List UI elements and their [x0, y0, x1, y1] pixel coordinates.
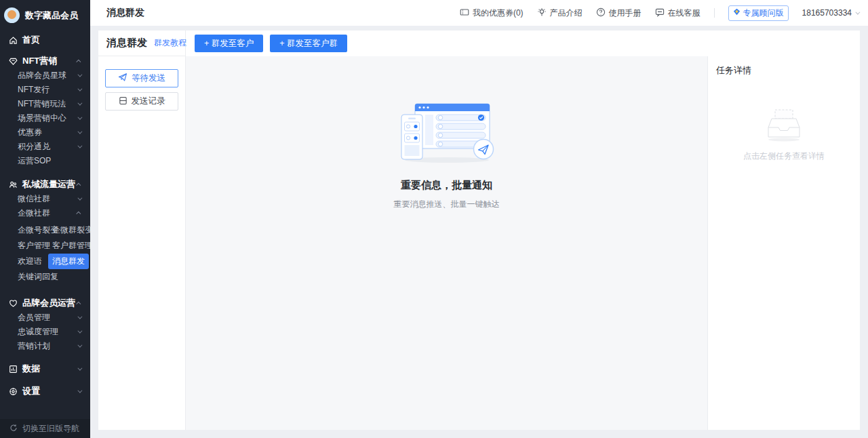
chevron-down-icon: [77, 115, 82, 120]
sidebar-section-label: 数据: [22, 363, 40, 375]
chevron-up-icon: [76, 182, 81, 187]
tutorial-link[interactable]: 群发教程: [154, 37, 186, 49]
account-menu[interactable]: 18165703334: [802, 8, 859, 18]
tab-waiting-label: 等待发送: [132, 73, 165, 84]
sidebar-section-nft-marketing[interactable]: NFT营销: [0, 54, 90, 68]
chevron-down-icon: [77, 365, 82, 370]
record-icon: [119, 96, 127, 107]
chevron-down-icon: [77, 388, 82, 393]
brand-logo[interactable]: 数字藏品会员: [0, 0, 90, 24]
chevron-down-icon: [77, 315, 82, 319]
home-icon: [8, 35, 18, 45]
private-domain-icon: [8, 180, 18, 189]
sidebar-item-qiwei-account-fission[interactable]: 企微号裂变: [18, 222, 52, 238]
empty-state-subtitle: 重要消息推送、批量一键触达: [186, 199, 707, 210]
broadcast-illustration: [396, 101, 498, 163]
chevron-up-icon: [76, 59, 81, 64]
qiwei-submenu: 企微号裂变 企微群裂变 客户管理 客户群管理 欢迎语 消息群发 关键词回复: [0, 220, 90, 285]
sidebar-section-label: 私域流量运营: [22, 178, 75, 191]
sidebar-item-brand-member-planet[interactable]: 品牌会员星球: [0, 68, 90, 83]
send-to-customer-button[interactable]: + 群发至客户: [195, 35, 263, 52]
sidebar-item-points-exchange[interactable]: 积分通兑: [0, 140, 90, 154]
consultant-badge-label: 专属顾问版: [743, 7, 784, 19]
chevron-up-icon: [76, 212, 81, 216]
sidebar-nav: 首页 NFT营销 品牌会员星球 NFT发行 NFT营销玩法 场景营销中心 优惠券…: [0, 24, 90, 399]
sidebar-section-data[interactable]: 数据: [0, 361, 90, 376]
sidebar-item-member-mgmt[interactable]: 会员管理: [0, 311, 90, 325]
chat-icon: [655, 7, 665, 19]
consultant-version-badge[interactable]: 专属顾问版: [728, 5, 789, 21]
active-item-badge: 消息群发: [48, 254, 89, 269]
page-title: 消息群发: [106, 7, 144, 19]
sidebar: 数字藏品会员 首页 NFT营销 品牌会员星球 NFT发行 NFT营销玩法 场景营…: [0, 0, 90, 438]
message-broadcast-card: 消息群发 群发教程 + 群发至客户 + 群发至客户群 等待发送: [98, 31, 860, 430]
sidebar-item-message-broadcast-active[interactable]: 消息群发: [52, 254, 93, 269]
chevron-down-icon: [77, 196, 82, 201]
sidebar-item-customer-mgmt[interactable]: 客户管理: [18, 238, 52, 254]
online-service-link[interactable]: 在线客服: [655, 7, 701, 19]
product-intro-link[interactable]: 产品介绍: [537, 7, 583, 19]
empty-state-title: 重要信息，批量通知: [186, 179, 707, 192]
chevron-up-icon: [76, 301, 81, 306]
sidebar-item-qiwei-group-fission[interactable]: 企微群裂变: [52, 222, 93, 238]
chevron-down-icon: [855, 9, 860, 14]
topbar-right: 我的优惠券(0) 产品介绍 使用手册 在线客服 专属顾问版: [460, 5, 859, 21]
card-header: 消息群发 群发教程 + 群发至客户 + 群发至客户群: [98, 31, 860, 56]
sidebar-item-coupon[interactable]: 优惠券: [0, 125, 90, 140]
task-detail-empty-hint: 点击左侧任务查看详情: [716, 151, 852, 162]
sidebar-item-home[interactable]: 首页: [0, 33, 90, 47]
sidebar-item-wechat-group[interactable]: 微信社群: [0, 192, 90, 206]
sidebar-item-keyword-reply[interactable]: 关键词回复: [18, 269, 52, 285]
sidebar-section-private-domain[interactable]: 私域流量运营: [0, 177, 90, 192]
sidebar-section-label: NFT营销: [22, 55, 57, 67]
paper-plane-icon: [118, 73, 127, 84]
send-to-customer-group-button[interactable]: + 群发至客户群: [270, 35, 347, 52]
card-header-actions: + 群发至客户 + 群发至客户群: [186, 31, 347, 56]
vip-gem-icon: [733, 8, 741, 18]
nft-icon: [8, 56, 18, 66]
question-icon: [596, 7, 606, 19]
chevron-down-icon: [77, 130, 82, 134]
empty-inbox-icon: [763, 108, 805, 142]
brand-name: 数字藏品会员: [25, 9, 78, 22]
sidebar-section-label: 设置: [22, 385, 40, 397]
gear-icon: [8, 386, 18, 396]
online-service-label: 在线客服: [668, 7, 701, 19]
my-coupons-label: 我的优惠券(0): [473, 7, 524, 19]
sidebar-item-operation-sop[interactable]: 运营SOP: [0, 154, 90, 168]
sidebar-section-brand-member[interactable]: 品牌会员运营: [0, 296, 90, 311]
chevron-down-icon: [77, 73, 82, 77]
heart-icon: [8, 298, 18, 308]
task-detail-panel: 任务详情 点击左侧任务查看详情: [707, 56, 860, 430]
coupon-icon: [460, 7, 469, 19]
broadcast-empty-state: 重要信息，批量通知 重要消息推送、批量一键触达: [186, 56, 707, 430]
panel-title: 消息群发: [106, 37, 147, 49]
sidebar-item-nft-marketing-play[interactable]: NFT营销玩法: [0, 97, 90, 111]
sidebar-item-marketing-plan[interactable]: 营销计划: [0, 339, 90, 353]
sidebar-item-loyalty-mgmt[interactable]: 忠诚度管理: [0, 325, 90, 339]
sidebar-section-label: 品牌会员运营: [22, 297, 75, 309]
chevron-down-icon: [77, 101, 82, 106]
chevron-down-icon: [77, 329, 82, 334]
sidebar-section-settings[interactable]: 设置: [0, 384, 90, 399]
task-tabs-panel: 等待发送 发送记录: [98, 56, 186, 430]
card-header-left: 消息群发 群发教程: [98, 31, 186, 56]
sidebar-item-customer-group-mgmt[interactable]: 客户群管理: [52, 238, 93, 254]
sidebar-item-qiwei-group[interactable]: 企微社群: [0, 206, 90, 220]
tab-history-label: 发送记录: [132, 96, 165, 107]
task-detail-title: 任务详情: [716, 64, 852, 77]
sidebar-item-scene-marketing-center[interactable]: 场景营销中心: [0, 111, 90, 125]
chevron-down-icon: [77, 144, 82, 148]
topbar-divider: [714, 8, 715, 18]
tab-waiting-to-send[interactable]: 等待发送: [105, 69, 178, 87]
user-manual-link[interactable]: 使用手册: [596, 7, 642, 19]
product-intro-label: 产品介绍: [550, 7, 583, 19]
tab-send-history[interactable]: 发送记录: [105, 92, 178, 111]
sidebar-item-welcome-message[interactable]: 欢迎语: [18, 254, 52, 269]
my-coupons-link[interactable]: 我的优惠券(0): [460, 7, 524, 19]
switch-old-nav-button[interactable]: 切换至旧版导航: [0, 419, 90, 438]
refresh-icon: [9, 424, 18, 434]
card-body: 等待发送 发送记录: [98, 56, 860, 430]
sidebar-item-nft-issue[interactable]: NFT发行: [0, 83, 90, 97]
chevron-down-icon: [77, 87, 82, 92]
